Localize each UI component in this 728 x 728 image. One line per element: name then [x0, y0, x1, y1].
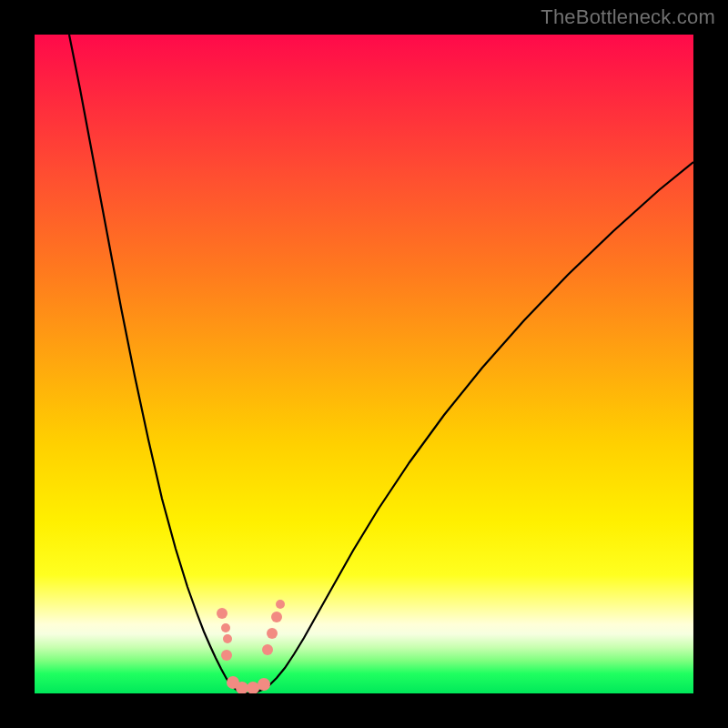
data-dot — [221, 650, 232, 661]
data-dot — [223, 634, 232, 643]
data-dot — [271, 612, 282, 622]
data-dot — [262, 644, 273, 655]
data-dot — [221, 623, 230, 632]
data-dot — [217, 608, 228, 619]
bottleneck-curve — [35, 35, 693, 693]
watermark-text: TheBottleneck.com — [541, 5, 715, 29]
chart-frame: TheBottleneck.com — [0, 0, 728, 728]
data-dot — [276, 600, 285, 609]
data-dot — [267, 628, 278, 639]
plot-area — [35, 35, 693, 693]
data-dot — [258, 678, 270, 691]
curve-path — [69, 35, 693, 693]
data-dot — [247, 682, 259, 693]
